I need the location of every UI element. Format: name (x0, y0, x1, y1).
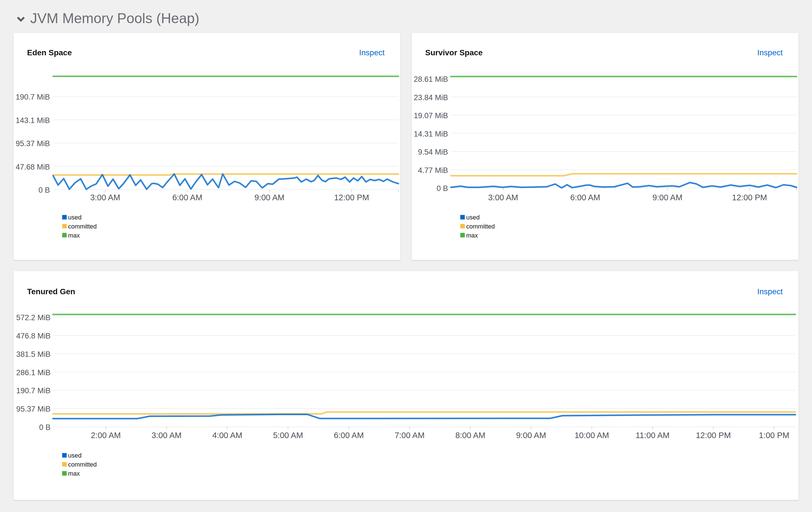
svg-text:0 B: 0 B (436, 184, 448, 193)
svg-text:9:00 AM: 9:00 AM (254, 193, 284, 202)
svg-text:7:00 AM: 7:00 AM (395, 431, 424, 440)
svg-text:9:00 AM: 9:00 AM (516, 431, 546, 440)
svg-text:Inspect: Inspect (359, 48, 384, 57)
svg-text:Inspect: Inspect (757, 48, 783, 57)
svg-text:Inspect: Inspect (757, 287, 783, 296)
svg-text:3:00 AM: 3:00 AM (151, 431, 181, 440)
svg-text:max: max (466, 232, 478, 239)
svg-text:286.1 MiB: 286.1 MiB (16, 368, 51, 377)
svg-text:committed: committed (68, 461, 97, 468)
svg-text:19.07 MiB: 19.07 MiB (414, 111, 448, 120)
svg-text:95.37 MiB: 95.37 MiB (16, 405, 51, 413)
svg-text:1:00 PM: 1:00 PM (759, 431, 789, 440)
svg-text:8:00 AM: 8:00 AM (455, 431, 485, 440)
svg-text:9.54 MiB: 9.54 MiB (418, 148, 448, 156)
svg-text:190.7 MiB: 190.7 MiB (16, 387, 51, 395)
svg-text:572.2 MiB: 572.2 MiB (16, 313, 51, 322)
svg-text:4.77 MiB: 4.77 MiB (418, 166, 448, 175)
svg-text:23.84 MiB: 23.84 MiB (414, 93, 448, 102)
svg-text:12:00 PM: 12:00 PM (696, 431, 731, 440)
svg-text:committed: committed (466, 223, 495, 230)
svg-text:max: max (68, 232, 80, 239)
svg-text:381.5 MiB: 381.5 MiB (16, 350, 51, 359)
svg-text:9:00 AM: 9:00 AM (652, 193, 682, 202)
svg-text:0 B: 0 B (39, 423, 51, 432)
svg-text:11:00 AM: 11:00 AM (636, 431, 669, 440)
svg-text:5:00 AM: 5:00 AM (273, 431, 303, 440)
svg-text:95.37 MiB: 95.37 MiB (16, 139, 50, 148)
svg-text:3:00 AM: 3:00 AM (488, 193, 518, 202)
svg-text:used: used (68, 452, 82, 459)
svg-text:Survivor Space: Survivor Space (425, 48, 483, 57)
svg-text:14.31 MiB: 14.31 MiB (414, 130, 448, 138)
svg-text:6:00 AM: 6:00 AM (334, 431, 364, 440)
svg-text:143.1 MiB: 143.1 MiB (16, 116, 50, 125)
svg-text:Tenured Gen: Tenured Gen (27, 287, 75, 296)
svg-text:6:00 AM: 6:00 AM (172, 193, 202, 202)
svg-text:10:00 AM: 10:00 AM (575, 431, 609, 440)
svg-text:476.8 MiB: 476.8 MiB (16, 332, 51, 340)
svg-text:used: used (68, 214, 82, 221)
svg-text:3:00 AM: 3:00 AM (90, 193, 120, 202)
svg-text:0 B: 0 B (38, 186, 50, 194)
svg-text:2:00 AM: 2:00 AM (91, 431, 121, 440)
svg-text:47.68 MiB: 47.68 MiB (16, 163, 50, 171)
svg-text:committed: committed (68, 223, 97, 230)
svg-text:190.7 MiB: 190.7 MiB (16, 93, 50, 101)
svg-text:12:00 PM: 12:00 PM (732, 193, 767, 202)
svg-text:max: max (68, 470, 80, 477)
svg-text:28.61 MiB: 28.61 MiB (414, 75, 448, 84)
svg-text:12:00 PM: 12:00 PM (334, 193, 369, 202)
svg-text:used: used (466, 214, 480, 221)
svg-text:Eden Space: Eden Space (27, 48, 72, 57)
svg-text:4:00 AM: 4:00 AM (212, 431, 242, 440)
svg-text:6:00 AM: 6:00 AM (570, 193, 600, 202)
